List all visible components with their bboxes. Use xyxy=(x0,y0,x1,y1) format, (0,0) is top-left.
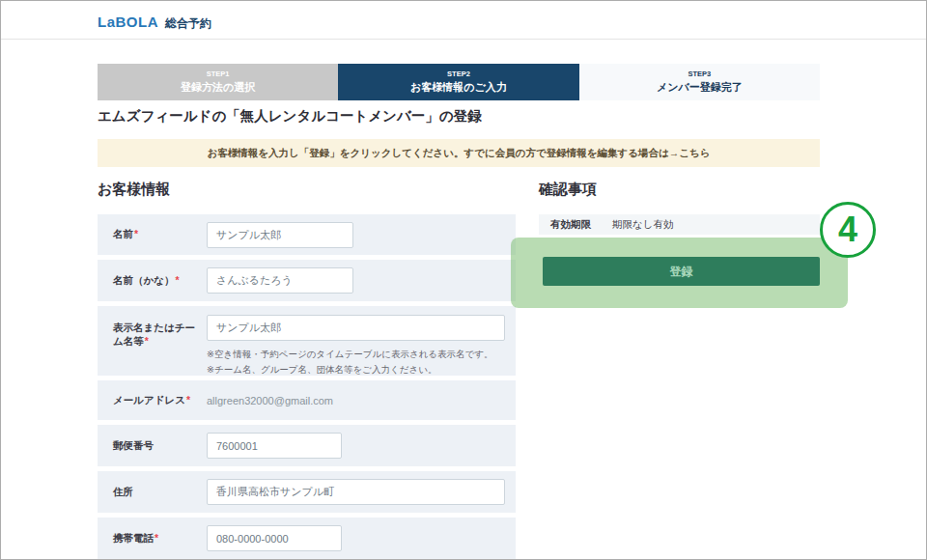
required-mark: * xyxy=(176,274,180,286)
validity-row: 有効期限 期限なし有効 xyxy=(539,214,820,235)
step-1-label: 登録方法の選択 xyxy=(181,79,255,96)
notice-text: お客様情報を入力し「登録」をクリックしてください。すでに会員の方で登録情報を編集… xyxy=(208,147,680,160)
display-name-label: 表示名またはチーム名等* xyxy=(113,315,207,348)
postal-input[interactable] xyxy=(207,433,342,459)
note-line: ※チーム名、グループ名、団体名等をご入力ください。 xyxy=(207,362,505,378)
notice-edit-link[interactable]: こちら xyxy=(679,147,710,160)
step-3-label: メンバー登録完了 xyxy=(657,79,743,96)
step-1-number: STEP1 xyxy=(207,69,230,79)
mobile-input[interactable] xyxy=(207,525,342,551)
form-row-kana: 名前（かな）* xyxy=(98,260,516,301)
name-label: 名前* xyxy=(113,228,207,241)
page: LaBOLA 総合予約 STEP1 登録方法の選択 STEP2 お客様情報のご入… xyxy=(0,0,927,560)
confirmation-title: 確認事項 xyxy=(539,181,820,199)
form-row-postal: 郵便番号 xyxy=(98,425,516,466)
display-name-notes: ※空き情報・予約ページのタイムテーブルに表示される表示名です。 ※チーム名、グル… xyxy=(207,347,505,378)
required-mark: * xyxy=(145,335,149,347)
form-rows: 名前* 名前（かな）* 表示名またはチーム名等* ※空き情報・予約ページのタイム… xyxy=(98,214,516,559)
step-2-label: お客様情報のご入力 xyxy=(410,79,507,96)
header: LaBOLA 総合予約 xyxy=(1,1,926,40)
required-mark: * xyxy=(154,532,158,544)
annotation-circle-4: 4 xyxy=(820,202,876,258)
register-button[interactable]: 登録 xyxy=(543,257,820,286)
step-1-tab: STEP1 登録方法の選択 xyxy=(98,64,338,100)
step-3-number: STEP3 xyxy=(688,69,711,79)
logo-suffix: 総合予約 xyxy=(165,15,211,32)
labola-logo[interactable]: LaBOLA 総合予約 xyxy=(98,14,211,32)
step-indicator: STEP1 登録方法の選択 STEP2 お客様情報のご入力 STEP3 メンバー… xyxy=(98,64,820,100)
form-row-email: メールアドレス* allgreen32000@gmail.com xyxy=(98,380,516,420)
page-title: エムズフィールドの「無人レンタルコートメンバー」の登録 xyxy=(98,107,482,126)
form-row-name: 名前* xyxy=(98,214,516,255)
notice-bar: お客様情報を入力し「登録」をクリックしてください。すでに会員の方で登録情報を編集… xyxy=(98,139,820,167)
form-row-mobile: 携帯電話* xyxy=(98,518,516,559)
address-input[interactable] xyxy=(207,479,505,505)
display-name-input[interactable] xyxy=(207,315,505,341)
validity-label: 有効期限 xyxy=(550,218,591,232)
customer-info-title: お客様情報 xyxy=(98,181,516,199)
email-label: メールアドレス* xyxy=(113,394,207,407)
confirmation-section: 確認事項 有効期限 期限なし有効 xyxy=(539,181,820,235)
email-value: allgreen32000@gmail.com xyxy=(207,395,333,406)
note-line: ※空き情報・予約ページのタイムテーブルに表示される表示名です。 xyxy=(207,347,505,362)
form-row-address: 住所 xyxy=(98,471,516,513)
kana-input[interactable] xyxy=(207,267,353,294)
required-mark: * xyxy=(134,228,138,239)
step-2-number: STEP2 xyxy=(447,69,470,79)
display-name-field: ※空き情報・予約ページのタイムテーブルに表示される表示名です。 ※チーム名、グル… xyxy=(207,315,505,378)
mobile-label: 携帯電話* xyxy=(113,532,207,546)
name-input[interactable] xyxy=(207,222,353,248)
form-row-display-name: 表示名またはチーム名等* ※空き情報・予約ページのタイムテーブルに表示される表示… xyxy=(98,306,516,376)
required-mark: * xyxy=(186,394,190,406)
kana-label: 名前（かな）* xyxy=(113,274,207,288)
address-label: 住所 xyxy=(113,486,207,499)
postal-label: 郵便番号 xyxy=(113,439,207,453)
step-2-tab: STEP2 お客様情報のご入力 xyxy=(338,64,578,100)
logo-text: LaBOLA xyxy=(98,14,158,30)
validity-value: 期限なし有効 xyxy=(612,218,674,232)
step-3-tab: STEP3 メンバー登録完了 xyxy=(579,64,820,100)
customer-info-section: お客様情報 名前* 名前（かな）* 表示名またはチーム名等* ※空き情報・予約ペ… xyxy=(98,181,516,560)
